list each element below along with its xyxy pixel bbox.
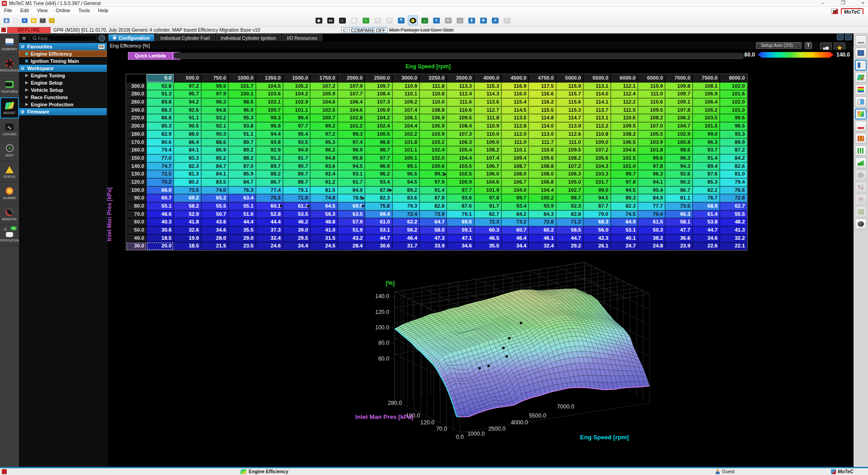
row-header[interactable]: 150.0 xyxy=(126,154,146,162)
table-cell[interactable]: 110.9 xyxy=(392,82,420,90)
table-cell[interactable]: 86.4 xyxy=(174,138,201,147)
table-cell[interactable]: 46.1 xyxy=(528,234,556,242)
table-cell[interactable]: 94.5 xyxy=(392,178,420,186)
table-cell[interactable]: 63.5 xyxy=(338,210,365,218)
table-cell[interactable]: 84.3 xyxy=(528,210,556,218)
table-cell[interactable]: 86.7 xyxy=(256,178,283,186)
table-cell[interactable]: 102.0 xyxy=(720,82,747,90)
table-cell[interactable]: 105.9 xyxy=(310,90,337,98)
table-cell[interactable]: 96.9 xyxy=(256,122,283,130)
col-header[interactable]: 1000.0 xyxy=(228,74,255,82)
nav-monitor[interactable]: MONITOR xyxy=(0,204,19,225)
table-cell[interactable]: 88.7 xyxy=(283,178,310,186)
table-cell[interactable]: 50.3 xyxy=(638,226,665,234)
table-cell[interactable]: 89.2 xyxy=(228,146,255,154)
table-cell[interactable]: 103.6 xyxy=(256,90,283,98)
monitor-view-button[interactable] xyxy=(855,48,867,58)
table-cell[interactable]: 112.8 xyxy=(501,122,528,130)
table-cell[interactable]: 61.4 xyxy=(693,210,720,218)
table-cell[interactable]: 97.8 xyxy=(474,194,501,202)
table-cell[interactable]: 107.0 xyxy=(638,122,665,130)
table-cell[interactable]: 30.6 xyxy=(365,242,392,250)
table-cell[interactable]: 114.5 xyxy=(501,106,528,114)
table-cell[interactable]: 23.5 xyxy=(228,242,255,250)
nav-features[interactable]: FEATURES xyxy=(0,76,19,97)
table-cell[interactable]: 85.9 xyxy=(228,170,255,178)
table-cell[interactable]: 101.6 xyxy=(720,90,747,98)
table-cell[interactable]: 108.2 xyxy=(556,154,583,162)
table-cell[interactable]: 92.3 xyxy=(556,202,583,210)
table-cell[interactable]: 73.5 xyxy=(174,186,201,195)
table-cell[interactable]: 114.7 xyxy=(556,114,583,122)
table-cell[interactable]: 83.6 xyxy=(392,194,420,202)
table-cell[interactable]: 99.1 xyxy=(392,162,420,171)
table-cell[interactable]: 102.9 xyxy=(665,130,692,138)
table-cell[interactable]: 81.5 xyxy=(310,186,337,195)
menu-tools[interactable]: Tools xyxy=(74,7,94,14)
table-cell[interactable]: 44.7 xyxy=(693,226,720,234)
table-cell[interactable]: 68.3 xyxy=(583,218,610,226)
table-cell[interactable]: 110.9 xyxy=(474,122,501,130)
scatter2-view-button[interactable] xyxy=(855,194,867,205)
table-cell[interactable]: 105.9 xyxy=(420,122,447,130)
table-cell[interactable]: 116.0 xyxy=(501,90,528,98)
col-header[interactable]: 4000.0 xyxy=(474,74,501,82)
table-cell[interactable]: 109.1 xyxy=(665,98,692,106)
table-cell[interactable]: 91.7 xyxy=(338,178,365,186)
table-cell[interactable]: 106.8 xyxy=(528,178,556,186)
table-cell[interactable]: 88.2 xyxy=(228,154,255,162)
table-cell[interactable]: 99.5 xyxy=(201,82,228,90)
col-header[interactable]: 750.0 xyxy=(201,74,228,82)
row-header[interactable]: 200.0 xyxy=(126,122,146,130)
table-cell[interactable]: 97.9 xyxy=(201,90,228,98)
table-cell[interactable]: 96.3 xyxy=(665,154,692,162)
table-cell[interactable]: 101.5 xyxy=(693,122,720,130)
table-cell[interactable]: 115.9 xyxy=(556,82,583,90)
col-header[interactable]: 1750.0 xyxy=(310,74,337,82)
table-cell[interactable]: 107.2 xyxy=(556,162,583,171)
table-cell[interactable]: 23.9 xyxy=(665,242,692,250)
table-cell[interactable]: 98.5 xyxy=(228,98,255,106)
table-cell[interactable]: 82.7 xyxy=(474,210,501,218)
sphere-view-button[interactable] xyxy=(855,218,867,229)
row-header[interactable]: 170.0 xyxy=(126,138,146,147)
table-cell[interactable]: 92.8 xyxy=(146,82,174,90)
col-header[interactable]: 2000.0 xyxy=(338,74,365,82)
table-cell[interactable]: 110.8 xyxy=(583,130,610,138)
table-cell[interactable]: 24.4 xyxy=(283,242,310,250)
table-cell[interactable]: 88.0 xyxy=(174,130,201,138)
table-cell[interactable]: 111.8 xyxy=(420,82,447,90)
table-cell[interactable]: 63.4 xyxy=(228,194,255,202)
table-cell[interactable]: 73.2 xyxy=(501,218,528,226)
col-header[interactable]: 1350.0 xyxy=(256,74,283,82)
workspace-item-engine-protection[interactable]: ▶Engine Protection xyxy=(19,101,107,108)
table-cell[interactable]: 58.1 xyxy=(665,218,692,226)
workspace-item-engine-setup[interactable]: ▶Engine Setup xyxy=(19,79,107,86)
favourite-item-ignition-timing-main[interactable]: Ignition Timing Main xyxy=(19,57,107,65)
table-cell[interactable]: 89.8 xyxy=(146,98,174,106)
table-cell[interactable]: 92.6 xyxy=(174,106,201,114)
table-cell[interactable]: 32.2 xyxy=(720,234,747,242)
table-cell[interactable]: 69.2 xyxy=(174,194,201,202)
table-cell[interactable]: 31.7 xyxy=(392,242,420,250)
table-cell[interactable]: 99.6 xyxy=(638,154,665,162)
table-cell[interactable]: 36.6 xyxy=(665,234,692,242)
table-cell[interactable]: 97.7 xyxy=(283,122,310,130)
tab-configuration[interactable]: Configuration xyxy=(108,34,155,41)
table-cell[interactable]: 76.6 xyxy=(720,186,747,195)
table-cell[interactable]: 43.2 xyxy=(338,234,365,242)
table-cell[interactable]: 102.5 xyxy=(310,106,337,114)
table-cell[interactable]: 94.5 xyxy=(583,194,610,202)
table-cell[interactable]: 97.8 xyxy=(638,162,665,171)
table-cell[interactable]: 116.6 xyxy=(528,90,556,98)
table-cell[interactable]: 110.6 xyxy=(528,146,556,154)
table-cell[interactable]: 100.6 xyxy=(420,162,447,171)
table-cell[interactable]: 83.3 xyxy=(174,154,201,162)
table-cell[interactable]: 74.7 xyxy=(146,162,174,171)
table-cell[interactable]: 79.1 xyxy=(283,186,310,195)
table-cell[interactable]: 99.7 xyxy=(501,194,528,202)
nav-status[interactable]: STATUS xyxy=(0,161,19,182)
table-cell[interactable]: 58.2 xyxy=(174,202,201,210)
table-cell[interactable]: 75.8 xyxy=(365,202,392,210)
table-cell[interactable]: 100.7 xyxy=(310,114,337,122)
